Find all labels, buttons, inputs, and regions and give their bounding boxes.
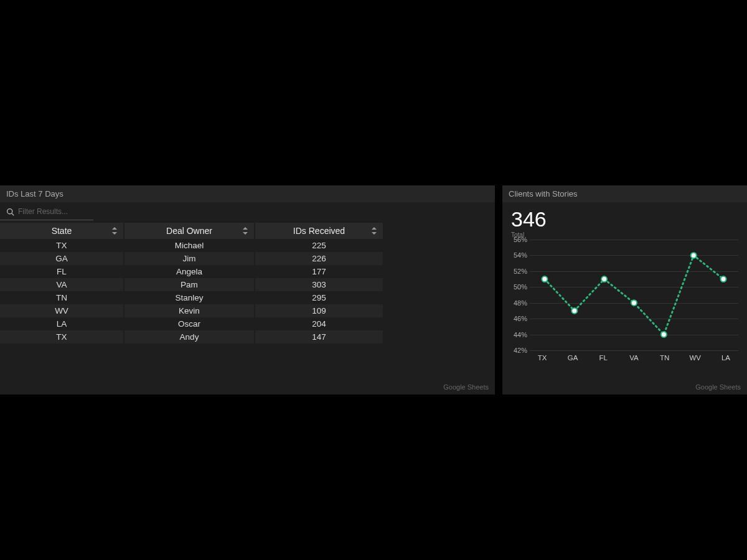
x-tick: VA [621,354,646,362]
gridline [530,350,738,351]
panel-footer: Google Sheets [0,381,495,394]
svg-marker-7 [372,232,377,235]
col-label: Deal Owner [166,226,212,236]
y-tick: 54% [509,251,527,259]
cell-owner: Jim [125,252,255,265]
chart-point[interactable] [631,300,637,306]
y-tick: 50% [509,283,527,291]
sort-icon[interactable] [112,227,117,235]
table-row[interactable]: TXMichael225 [0,239,383,252]
filter-input[interactable] [18,207,87,216]
y-tick: 46% [509,315,527,322]
x-tick: WV [683,354,708,362]
svg-marker-4 [243,227,248,230]
table-row[interactable]: WVKevin109 [0,304,383,317]
cell-ids: 225 [255,239,383,252]
table-row[interactable]: LAOscar204 [0,317,383,330]
y-tick: 48% [509,299,527,307]
cell-ids: 295 [255,291,383,304]
cell-state: TX [0,330,125,343]
panel-title: IDs Last 7 Days [0,185,495,202]
table-header: State Deal Owner IDs Received [0,223,383,239]
y-tick: 52% [509,268,527,275]
col-state[interactable]: State [0,223,125,239]
cell-state: GA [0,252,125,265]
x-tick: GA [560,354,585,362]
metric-value: 346 [502,202,747,231]
cell-owner: Kevin [125,304,255,317]
col-deal-owner[interactable]: Deal Owner [125,223,255,239]
x-ticks: TXGAFLVATNWVLA [530,354,738,362]
x-tick: TN [652,354,677,362]
x-tick: LA [713,354,738,362]
svg-marker-2 [112,227,117,230]
chart-point[interactable] [542,276,547,282]
svg-line-1 [12,213,14,215]
cell-state: VA [0,278,125,291]
cell-owner: Angela [125,265,255,278]
filter-wrap[interactable] [0,202,93,220]
col-ids-received[interactable]: IDs Received [255,223,383,239]
y-tick: 56% [509,236,527,243]
cell-ids: 303 [255,278,383,291]
dashboard-row: IDs Last 7 Days State Deal Owner [0,185,747,394]
svg-marker-3 [112,232,117,235]
cell-owner: Stanley [125,291,255,304]
cell-ids: 177 [255,265,383,278]
cell-owner: Pam [125,278,255,291]
chart-point[interactable] [601,276,607,282]
chart-line [545,255,723,334]
cell-state: TX [0,239,125,252]
data-table: State Deal Owner IDs Received TXMichael2… [0,223,383,343]
cell-owner: Andy [125,330,255,343]
panel-title: Clients with Stories [502,185,747,202]
cell-ids: 204 [255,317,383,330]
table-body: TXMichael225GAJim226FLAngela177VAPam303T… [0,239,383,343]
line-chart: 56%54%52%50%48%46%44%42%TXGAFLVATNWVLA [502,240,747,369]
table-row[interactable]: TXAndy147 [0,330,383,343]
panel-footer: Google Sheets [502,381,747,394]
chart-svg [530,240,738,350]
chart-point[interactable] [571,308,577,314]
col-label: State [52,226,72,236]
cell-owner: Oscar [125,317,255,330]
cell-state: TN [0,291,125,304]
sort-icon[interactable] [372,227,377,235]
cell-state: LA [0,317,125,330]
y-tick: 44% [509,331,527,338]
cell-ids: 147 [255,330,383,343]
table-row[interactable]: TNStanley295 [0,291,383,304]
cell-owner: Michael [125,239,255,252]
sort-icon[interactable] [243,227,248,235]
search-icon [6,208,14,216]
panel-ids-last-7-days: IDs Last 7 Days State Deal Owner [0,185,495,394]
chart-point[interactable] [691,253,697,258]
x-tick: TX [530,354,555,362]
table-row[interactable]: GAJim226 [0,252,383,265]
y-tick: 42% [509,347,527,354]
cell-ids: 109 [255,304,383,317]
col-label: IDs Received [293,226,345,236]
table-row[interactable]: VAPam303 [0,278,383,291]
table-row[interactable]: FLAngela177 [0,265,383,278]
chart-point[interactable] [721,276,726,282]
panel-body: State Deal Owner IDs Received TXMichael2… [0,202,495,381]
x-tick: FL [591,354,616,362]
chart-point[interactable] [661,332,667,337]
cell-ids: 226 [255,252,383,265]
svg-marker-6 [372,227,377,230]
cell-state: FL [0,265,125,278]
metric-label: Total [502,231,747,240]
cell-state: WV [0,304,125,317]
panel-clients-with-stories: Clients with Stories 346 Total 56%54%52%… [502,185,747,394]
panel-body: 346 Total 56%54%52%50%48%46%44%42%TXGAFL… [502,202,747,381]
svg-marker-5 [243,232,248,235]
svg-point-0 [7,208,12,213]
